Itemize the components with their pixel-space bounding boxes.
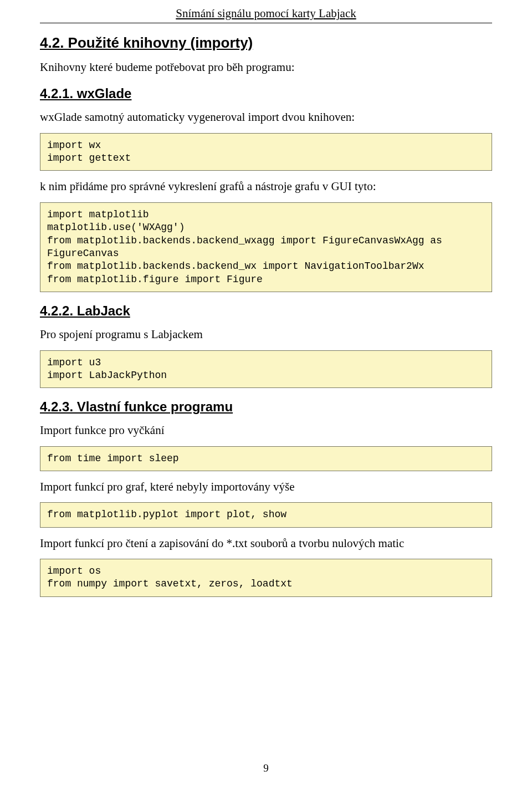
running-header: Snímání signálu pomocí karty Labjack [40,7,492,22]
paragraph: k nim přidáme pro správné vykreslení gra… [40,178,492,194]
paragraph: Import funkcí pro čtení a zapisování do … [40,535,492,551]
top-rule [40,23,492,23]
code-block: from matplotlib.pyplot import plot, show [40,502,492,527]
page-number: 9 [0,762,532,774]
page: Snímání signálu pomocí karty Labjack 4.2… [0,0,532,791]
paragraph: Import funkcí pro graf, které nebyly imp… [40,479,492,494]
paragraph: Knihovny které budeme potřebovat pro běh… [40,59,492,75]
heading-4-2-3: 4.2.3. Vlastní funkce programu [40,399,492,415]
heading-4-2-1: 4.2.1. wxGlade [40,86,492,101]
code-block: import matplotlib matplotlib.use('WXAgg'… [40,202,492,292]
code-block: import os from numpy import savetxt, zer… [40,559,492,597]
paragraph: wxGlade samotný automaticky vygeneroval … [40,109,492,125]
code-block: import wx import gettext [40,133,492,171]
heading-4-2-2: 4.2.2. LabJack [40,303,492,319]
paragraph: Pro spojení programu s Labjackem [40,326,492,342]
code-block: import u3 import LabJackPython [40,350,492,389]
code-block: from time import sleep [40,446,492,471]
paragraph: Import funkce pro vyčkání [40,422,492,438]
heading-4-2: 4.2. Použité knihovny (importy) [40,34,492,52]
